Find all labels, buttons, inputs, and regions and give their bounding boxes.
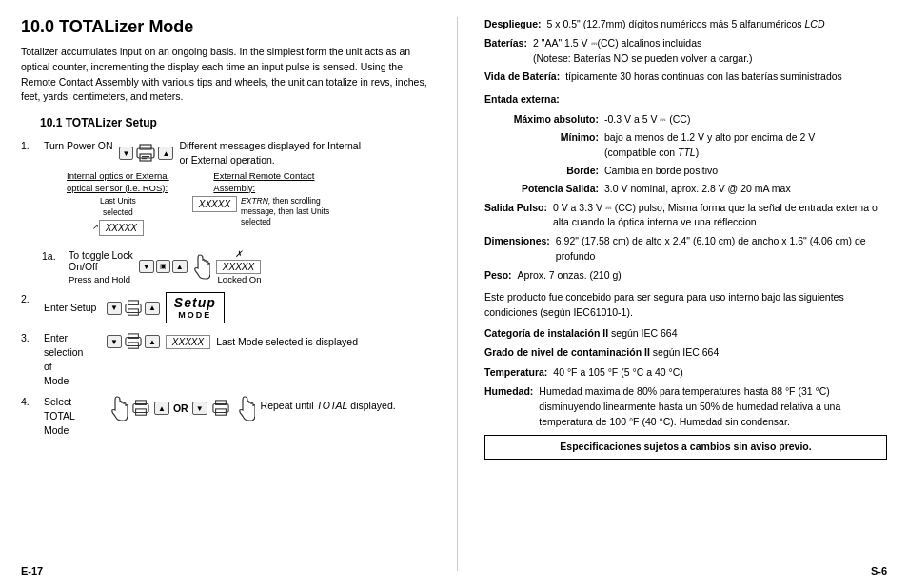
down-btn-3[interactable]: ▼ [107, 335, 122, 348]
left-column: 10.0 TOTALizer Mode Totalizer accumulate… [21, 17, 430, 571]
up-button-1a[interactable]: ▣ [156, 260, 170, 273]
baterias-value: 2 "AA" 1.5 V ⎓(CC) alcalinos incluidas (… [533, 36, 887, 67]
step-3-desc: Last Mode selected is displayed [216, 335, 358, 349]
step-4: 4. SelectTOTALMode ▲ [21, 395, 430, 437]
down-button-1a[interactable]: ▼ [139, 260, 154, 273]
potencia-label: Potencia Salida: [494, 181, 599, 197]
despliegue-label: Despliegue: [484, 17, 542, 32]
down-btn-2[interactable]: ▼ [107, 302, 122, 315]
peso-label: Peso: [484, 268, 512, 284]
hand-icon-1a [189, 253, 210, 280]
maximo-value: -0.3 V a 5 V ⎓ (CC) [604, 111, 887, 127]
section-heading: 10.1 TOTALizer Setup [40, 116, 430, 129]
printer-icon-step1 [135, 141, 156, 166]
hand-icon-4a [107, 395, 128, 421]
humedad-label: Humedad: [484, 384, 533, 400]
step-1a-num: 1a. [42, 249, 63, 262]
vida-label: Vida de Batería: [484, 69, 560, 85]
printer-icon-4a [131, 400, 150, 417]
step-1: 1. Turn Power ON ▼ [21, 139, 430, 242]
step-1a: 1a. To toggle LockOn/Off Press and Hold … [42, 249, 430, 284]
external-block: External Remote ContactAssembly: XXXXX E… [192, 170, 336, 227]
up-btn-4a[interactable]: ▲ [154, 402, 169, 415]
column-divider [457, 17, 458, 571]
para1: Este producto fue concebido para ser seg… [484, 290, 887, 321]
step-2: 2. Enter Setup ▼ ▲ Setup MODE [21, 292, 430, 323]
grado-value: según IEC 664 [653, 346, 719, 358]
dimensiones-value: 6.92" (17.58 cm) de alto x 2.4" (6.10 cm… [556, 234, 887, 265]
internal-optics-block: Internal optics or Externaloptical senso… [67, 170, 169, 236]
printer-icon-3 [124, 333, 143, 350]
cat-line: Categoría de instalación II según IEC 66… [484, 326, 887, 342]
baterias-note: (Notese: Baterías NO se pueden volver a … [533, 51, 887, 67]
page-title: 10.0 TOTALizer Mode [21, 17, 430, 37]
temp-label: Temperatura: [484, 365, 547, 381]
up-btn-2[interactable]: ▲ [145, 302, 160, 315]
spec-peso: Peso: Aprox. 7 onzas. (210 g) [484, 268, 887, 284]
right-column: Despliegue: 5 x 0.5" (12.7mm) dígitos nu… [484, 17, 887, 571]
svg-rect-3 [142, 156, 149, 157]
cat-label: Categoría de instalación II [484, 327, 608, 339]
svg-rect-4 [142, 158, 147, 159]
grado-line: Grado de nivel de contaminación II según… [484, 345, 887, 361]
salida-label: Salida Pulso: [484, 201, 547, 216]
spec-dimensiones: Dimensiones: 6.92" (17.58 cm) de alto x … [484, 234, 887, 265]
diagram-row: Internal optics or Externaloptical senso… [67, 170, 430, 236]
spec-vida: Vida de Batería: típicamente 30 horas co… [484, 69, 887, 85]
dimensiones-label: Dimensiones: [484, 234, 550, 249]
step-2-num: 2. [21, 292, 38, 304]
peso-value: Aprox. 7 onzas. (210 g) [518, 268, 887, 284]
minimo-label: Mínimo: [494, 129, 599, 162]
down-button-step1[interactable]: ▼ [119, 147, 134, 160]
vida-value: típicamente 30 horas continuas con las b… [565, 69, 887, 85]
spec-temp: Temperatura: 40 °F a 105 °F (5 °C a 40 °… [484, 365, 887, 381]
step-4-desc: Repeat until TOTAL displayed. [261, 399, 396, 413]
footer-page-right: S-6 [871, 565, 887, 577]
printer-icon-4b [211, 400, 230, 417]
step-4-label: SelectTOTALMode [44, 395, 101, 437]
potencia-value: 3.0 V nominal, aprox. 2.8 V @ 20 mA max [604, 181, 887, 197]
step-3-lcd: XXXXX [166, 335, 210, 349]
step-2-label: Enter Setup [44, 301, 101, 315]
temp-value: 40 °F a 105 °F (5 °C a 40 °C) [553, 365, 887, 381]
humedad-value: Humedad maxima de 80% para temperatures … [539, 384, 887, 429]
step-3-label: EnterselectionofMode [44, 331, 101, 387]
step-1-desc: Different messages displayed for Interna… [179, 139, 369, 167]
minimo-value: bajo a menos de 1.2 V y alto por encima … [604, 129, 887, 162]
enter-button-1a[interactable]: ▲ [172, 260, 188, 273]
hand-icon-4b [234, 395, 255, 421]
despliegue-value: 5 x 0.5" (12.7mm) dígitos numéricos más … [547, 17, 887, 32]
up-btn-3[interactable]: ▲ [145, 335, 160, 348]
entada-title: Entada externa: [484, 92, 887, 108]
up-button-step1[interactable]: ▲ [158, 147, 173, 160]
grado-label: Grado de nivel de contaminación II [484, 346, 650, 358]
maximo-label: Máximo absoluto: [494, 111, 599, 127]
spec-salida: Salida Pulso: 0 V a 3.3 V ⎓ (CC) pulso, … [484, 201, 887, 231]
step-3: 3. EnterselectionofMode ▼ ▲ XXXXX [21, 331, 430, 387]
borde-label: Borde: [494, 163, 599, 179]
step-4-num: 4. [21, 395, 38, 407]
step-1-label: Turn Power ON [44, 139, 113, 153]
footer-page-left: E-17 [21, 565, 43, 577]
external-lcd: XXXXX [192, 196, 237, 212]
baterias-label: Baterías: [484, 36, 527, 51]
locked-on-label: Locked On [218, 274, 262, 284]
warning-box: Especificaciones sujetos a cambios sin a… [484, 435, 887, 460]
intro-text: Totalizer accumulates input on an ongoin… [21, 45, 430, 105]
salida-value: 0 V a 3.3 V ⎓ (CC) pulso, Misma forma qu… [553, 201, 887, 231]
borde-value: Cambia en borde positivo [604, 163, 887, 179]
or-label: OR [173, 402, 188, 414]
spec-despliegue: Despliegue: 5 x 0.5" (12.7mm) dígitos nu… [484, 17, 887, 32]
step-4-icons: ▲ OR ▼ [107, 395, 255, 421]
setup-display: Setup MODE [166, 292, 225, 323]
cat-value: según IEC 664 [611, 327, 677, 339]
printer-icon-2 [124, 300, 143, 317]
internal-lcd: XXXXX [99, 220, 144, 236]
spec-humedad: Humedad: Humedad maxima de 80% para temp… [484, 384, 887, 429]
spec-baterias: Baterías: 2 "AA" 1.5 V ⎓(CC) alcalinos i… [484, 36, 887, 67]
locked-on-lcd: XXXXX [216, 260, 261, 274]
down-btn-4b[interactable]: ▼ [192, 402, 207, 415]
step-3-num: 3. [21, 331, 38, 343]
step-1-num: 1. [21, 139, 38, 151]
